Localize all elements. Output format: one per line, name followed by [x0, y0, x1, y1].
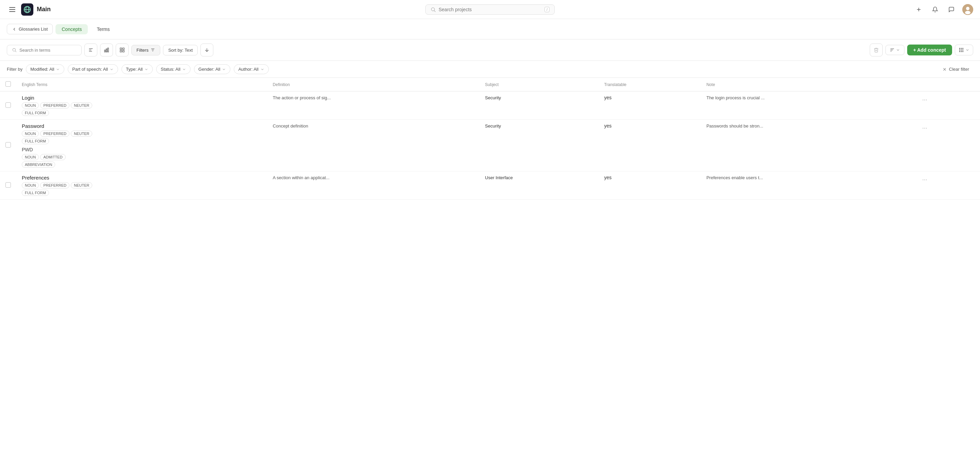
translatable-value: yes [604, 175, 611, 180]
sub-tags-row-2: ABBREVIATION [22, 162, 262, 168]
tags-row: NOUN PREFERRED NEUTER [22, 182, 262, 188]
svg-rect-34 [962, 50, 963, 51]
definition-text: The action or process of sig... [273, 95, 331, 100]
sub-tags-row: NOUN ADMITTED [22, 154, 262, 160]
tag: ADMITTED [40, 154, 65, 160]
gender-filter[interactable]: Gender: All [194, 64, 231, 74]
tag: ABBREVIATION [22, 162, 55, 168]
modified-filter[interactable]: Modified: All [26, 64, 64, 74]
svg-line-4 [434, 11, 436, 12]
sort-label: Sort by: Text [168, 48, 192, 53]
tag: PREFERRED [40, 130, 69, 137]
term-name: Password [22, 123, 262, 129]
tab-concepts[interactable]: Concepts [56, 24, 88, 34]
text-format-button[interactable] [84, 43, 97, 56]
svg-rect-36 [961, 51, 962, 52]
tag: FULL FORM [22, 138, 49, 144]
status-filter[interactable]: Status: All [156, 64, 191, 74]
add-concept-button[interactable]: + Add concept [907, 44, 952, 56]
tag: NEUTER [71, 130, 92, 137]
svg-point-10 [13, 48, 15, 51]
svg-rect-16 [106, 49, 107, 52]
svg-rect-17 [108, 48, 108, 52]
term-name: Login [22, 95, 262, 101]
tag: NOUN [22, 182, 39, 188]
chart-button[interactable] [100, 43, 113, 56]
tag: PREFERRED [40, 182, 69, 188]
tag: NOUN [22, 102, 39, 108]
row-checkbox[interactable] [5, 182, 11, 188]
view-toggle-button[interactable] [955, 44, 973, 56]
add-concept-label: + Add concept [913, 47, 946, 53]
table-row: Preferences NOUN PREFERRED NEUTER FULL F… [0, 171, 980, 200]
sort-button[interactable]: Sort by: Text [163, 45, 198, 56]
delete-button[interactable] [870, 43, 883, 56]
sort-order-button[interactable] [885, 45, 904, 55]
notification-button[interactable] [930, 4, 940, 15]
row-menu-button[interactable]: ··· [920, 175, 930, 185]
select-all-checkbox[interactable] [5, 81, 11, 87]
search-terms-icon [12, 48, 17, 52]
note-text: The login process is crucial ... [706, 95, 765, 100]
filter-bar: Filter by Modified: All Part of speech: … [0, 61, 980, 78]
pos-filter[interactable]: Part of speech: All [68, 64, 118, 74]
type-filter[interactable]: Type: All [121, 64, 153, 74]
sub-term: PWD NOUN ADMITTED ABBREVIATION [22, 147, 262, 168]
svg-rect-19 [123, 48, 124, 50]
topnav: Main / [0, 0, 980, 19]
grid-button[interactable] [116, 43, 129, 56]
search-projects-input[interactable] [439, 7, 542, 12]
table-row: Password NOUN PREFERRED NEUTER FULL FORM… [0, 120, 980, 171]
back-label: Glossaries List [19, 27, 48, 32]
close-icon [942, 67, 947, 72]
toolbar: Filters Sort by: Text + Add concept [0, 40, 980, 61]
clear-filter-label: Clear filter [949, 67, 969, 72]
col-english-terms: English Terms [16, 78, 267, 92]
tag: NEUTER [71, 102, 92, 108]
col-definition: Definition [267, 78, 480, 92]
search-terms-input[interactable] [19, 48, 76, 53]
translatable-value: yes [604, 95, 611, 100]
svg-rect-33 [961, 50, 962, 51]
filters-button[interactable]: Filters [131, 45, 160, 56]
sub-term-name: PWD [22, 147, 262, 152]
row-checkbox[interactable] [5, 142, 11, 148]
add-button[interactable] [913, 4, 924, 15]
definition-text: A section within an applicat... [273, 175, 330, 180]
definition-text: Concept definition [273, 124, 308, 129]
svg-rect-21 [123, 50, 124, 52]
tag: PREFERRED [40, 102, 69, 108]
svg-line-11 [15, 51, 16, 52]
svg-rect-30 [961, 48, 962, 49]
tags-row: NOUN PREFERRED NEUTER [22, 102, 262, 108]
subject-text: User Interface [485, 175, 513, 180]
svg-rect-37 [962, 51, 963, 52]
tags-row: NOUN PREFERRED NEUTER [22, 130, 262, 137]
translatable-value: yes [604, 123, 611, 129]
note-text: Preferences enable users t... [706, 175, 763, 180]
row-checkbox[interactable] [5, 102, 11, 108]
svg-rect-35 [959, 51, 960, 52]
svg-rect-31 [962, 48, 963, 49]
app-logo [21, 3, 33, 16]
tags-row-2: FULL FORM [22, 190, 262, 196]
author-filter[interactable]: Author: All [234, 64, 269, 74]
clear-filter-button[interactable]: Clear filter [938, 65, 973, 74]
hamburger-menu[interactable] [7, 4, 18, 15]
tab-terms[interactable]: Terms [91, 24, 116, 34]
table-row: Login NOUN PREFERRED NEUTER FULL FORM Th… [0, 92, 980, 120]
svg-rect-32 [959, 50, 960, 51]
row-menu-button[interactable]: ··· [920, 123, 930, 133]
sort-direction-button[interactable] [200, 43, 213, 56]
tag: NOUN [22, 154, 39, 160]
row-menu-button[interactable]: ··· [920, 95, 930, 105]
subject-text: Security [485, 95, 501, 100]
messages-button[interactable] [946, 4, 957, 15]
filters-label: Filters [137, 48, 148, 53]
tabs-bar: Glossaries List Concepts Terms [0, 19, 980, 40]
kbd-slash: / [544, 7, 550, 12]
concepts-table: English Terms Definition Subject Transla… [0, 78, 980, 200]
avatar[interactable] [962, 4, 973, 15]
back-button[interactable]: Glossaries List [7, 24, 53, 34]
app-title: Main [37, 6, 51, 13]
